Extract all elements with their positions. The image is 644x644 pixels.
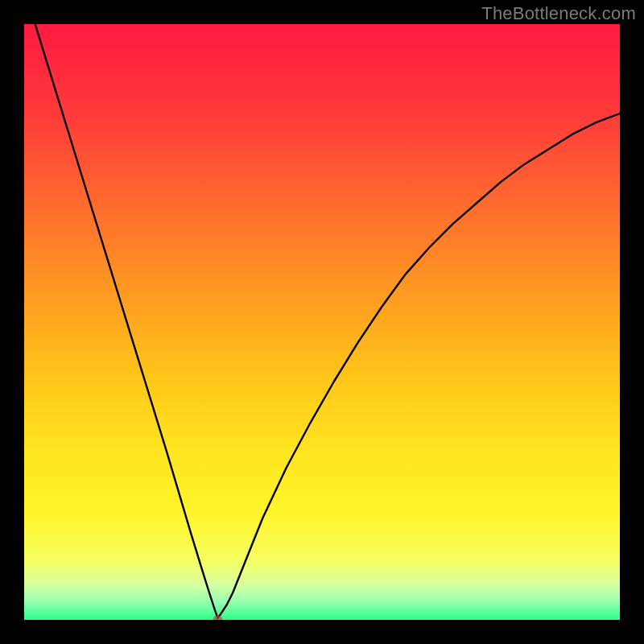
gradient-background: [24, 24, 620, 620]
chart-container: TheBottleneck.com: [0, 0, 644, 644]
watermark-text: TheBottleneck.com: [481, 3, 636, 24]
plot-area: [24, 24, 620, 620]
chart-svg: [24, 24, 620, 620]
